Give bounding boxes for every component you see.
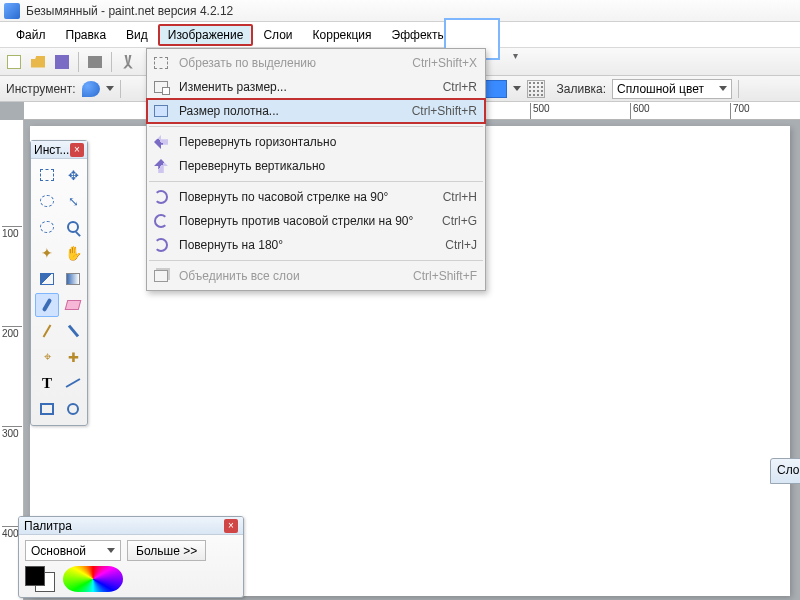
menu-item-label: Обрезать по выделению	[179, 56, 404, 70]
fill-tool[interactable]	[35, 267, 59, 291]
pan-tool[interactable]: ✋	[61, 241, 85, 265]
close-icon[interactable]: ×	[70, 143, 84, 157]
color-wheel[interactable]	[63, 566, 123, 592]
color-swatch-pair[interactable]	[25, 566, 55, 592]
menu-item[interactable]: Перевернуть вертикально	[147, 154, 485, 178]
menu-item-shortcut: Ctrl+Shift+F	[413, 269, 477, 283]
ruler-tick: 600	[630, 103, 650, 119]
tools-window[interactable]: Инст... × ✥⤡✦✋⌖✚T	[30, 140, 88, 426]
magic-wand-tool-icon: ✦	[41, 245, 53, 261]
menu-item-shortcut: Ctrl+Shift+R	[412, 104, 477, 118]
brush-tool-icon	[42, 298, 52, 312]
menu-item[interactable]: Повернуть против часовой стрелки на 90°C…	[147, 209, 485, 233]
magic-wand-tool[interactable]: ✦	[35, 241, 59, 265]
color-picker-tool[interactable]	[61, 319, 85, 343]
move-tool[interactable]: ✥	[61, 163, 85, 187]
colors-window-title[interactable]: Палитра ×	[19, 517, 243, 535]
primary-color[interactable]	[25, 566, 45, 586]
move-selection-tool[interactable]: ⤡	[61, 189, 85, 213]
menu-item[interactable]: Повернуть на 180°Ctrl+J	[147, 233, 485, 257]
menu-правка[interactable]: Правка	[56, 24, 117, 46]
rect-shape-tool-icon	[40, 403, 54, 415]
menu-item-shortcut: Ctrl+Shift+X	[412, 56, 477, 70]
more-button[interactable]: Больше >>	[127, 540, 206, 561]
layers-title-text: Сло	[777, 463, 799, 477]
menu-item-shortcut: Ctrl+R	[443, 80, 477, 94]
separator	[738, 80, 739, 98]
menu-item-shortcut: Ctrl+J	[445, 238, 477, 252]
tool-label: Инструмент:	[6, 82, 76, 96]
rect-select-tool-icon	[40, 169, 54, 181]
tools-window-title[interactable]: Инст... ×	[31, 141, 87, 159]
menu-изображение[interactable]: Изображение	[158, 24, 254, 46]
save-button[interactable]	[52, 52, 72, 72]
menu-item[interactable]: Изменить размер...Ctrl+R	[147, 75, 485, 99]
print-button[interactable]	[85, 52, 105, 72]
ruler-tick: 700	[730, 103, 750, 119]
menu-item[interactable]: Перевернуть горизонтально	[147, 130, 485, 154]
colors-window[interactable]: Палитра × Основной Больше >>	[18, 516, 244, 598]
clone-tool[interactable]: ⌖	[35, 345, 59, 369]
lasso-tool[interactable]	[35, 189, 59, 213]
cut-button[interactable]	[118, 52, 138, 72]
menu-item-label: Размер полотна...	[179, 104, 404, 118]
fill-combo[interactable]: Сплошной цвет	[612, 79, 732, 99]
ellipse-select-tool-icon	[40, 221, 54, 233]
recolor-tool[interactable]: ✚	[61, 345, 85, 369]
shapes-tool[interactable]	[61, 397, 85, 421]
close-icon[interactable]: ×	[224, 519, 238, 533]
pattern-icon[interactable]	[527, 80, 545, 98]
menu-item-label: Объединить все слои	[179, 269, 405, 283]
chevron-down-icon	[719, 86, 727, 91]
ruler-tick: 300	[2, 426, 22, 439]
tools-grid: ✥⤡✦✋⌖✚T	[31, 159, 87, 425]
pan-tool-icon: ✋	[65, 245, 82, 261]
color-mode-combo[interactable]: Основной	[25, 540, 121, 561]
mi-crop-icon	[151, 53, 171, 73]
menu-item-label: Повернуть против часовой стрелки на 90°	[179, 214, 434, 228]
mi-flatten-icon	[151, 266, 171, 286]
tool-dropdown-icon[interactable]	[106, 86, 114, 91]
eraser-tool[interactable]	[61, 293, 85, 317]
mi-flipv-icon	[151, 156, 171, 176]
fill-tool-icon	[40, 273, 54, 285]
menu-item[interactable]: Размер полотна...Ctrl+Shift+R	[147, 99, 485, 123]
menu-separator	[149, 260, 483, 261]
colors-title-text: Палитра	[24, 519, 72, 533]
mi-cansize-icon	[151, 101, 171, 121]
menu-коррекция[interactable]: Коррекция	[303, 24, 382, 46]
line-tool[interactable]	[61, 371, 85, 395]
mi-fliph-icon	[151, 132, 171, 152]
gradient-tool[interactable]	[61, 267, 85, 291]
menu-item-label: Повернуть по часовой стрелке на 90°	[179, 190, 435, 204]
menu-вид[interactable]: Вид	[116, 24, 158, 46]
line-tool-icon	[66, 378, 81, 388]
thumbnail-expand-icon[interactable]: ▾	[513, 50, 518, 61]
separator	[120, 80, 121, 98]
menu-файл[interactable]: Файл	[6, 24, 56, 46]
shapes-tool-icon	[67, 403, 79, 415]
zoom-tool[interactable]	[61, 215, 85, 239]
move-selection-tool-icon: ⤡	[68, 194, 79, 209]
menu-item: Объединить все слоиCtrl+Shift+F	[147, 264, 485, 288]
brush-tool[interactable]	[35, 293, 59, 317]
pencil-tool[interactable]	[35, 319, 59, 343]
brush-icon	[82, 81, 100, 97]
clone-tool-icon: ⌖	[44, 349, 51, 365]
ellipse-select-tool[interactable]	[35, 215, 59, 239]
menu-слои[interactable]: Слои	[253, 24, 302, 46]
mi-resize-icon	[151, 77, 171, 97]
color-dropdown-icon[interactable]	[513, 86, 521, 91]
rect-select-tool[interactable]	[35, 163, 59, 187]
open-button[interactable]	[28, 52, 48, 72]
menu-item[interactable]: Повернуть по часовой стрелке на 90°Ctrl+…	[147, 185, 485, 209]
chevron-down-icon	[107, 548, 115, 553]
eraser-tool-icon	[65, 300, 82, 310]
fill-label: Заливка:	[557, 82, 607, 96]
rect-shape-tool[interactable]	[35, 397, 59, 421]
tools-title-text: Инст...	[34, 143, 69, 157]
layers-window[interactable]: Сло	[770, 458, 800, 484]
text-tool[interactable]: T	[35, 371, 59, 395]
menu-item-shortcut: Ctrl+H	[443, 190, 477, 204]
new-button[interactable]	[4, 52, 24, 72]
